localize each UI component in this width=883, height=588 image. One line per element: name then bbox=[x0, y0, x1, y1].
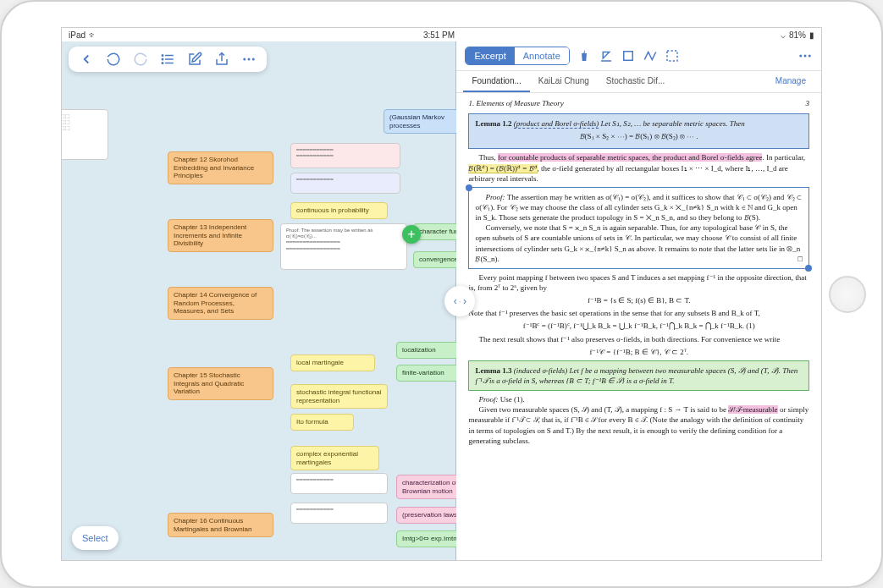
battery-level: 81% bbox=[789, 30, 806, 40]
svg-rect-10 bbox=[624, 52, 633, 61]
node-gaussian[interactable]: (Gaussian Markov processes bbox=[384, 109, 468, 134]
chevron-right-icon: › bbox=[463, 295, 466, 307]
seg-annotate[interactable]: Annotate bbox=[515, 47, 569, 64]
svg-point-12 bbox=[799, 55, 802, 58]
proof-label: Proof: bbox=[485, 193, 505, 201]
segment-control: Excerpt Annotate bbox=[465, 47, 569, 65]
mindmap-panel[interactable]: ⬚⬚⬚⬚⬚⬚⬚⬚⬚ (Gaussian Markov processes Cha… bbox=[62, 41, 456, 560]
node-complexexp[interactable]: complex exponential martingales bbox=[290, 446, 379, 470]
proof-box-1-2[interactable]: Proof: The assertion may be written as σ… bbox=[468, 187, 809, 269]
node-contprob[interactable]: continuous in probability bbox=[290, 202, 388, 219]
list-icon[interactable] bbox=[160, 52, 175, 67]
formula-finv: f⁻¹B = {s ∈ S; f(s) ∈ B}, B ⊂ T. bbox=[468, 295, 809, 305]
seg-excerpt[interactable]: Excerpt bbox=[466, 47, 514, 64]
para-next-result: The next result shows that f⁻¹ also pres… bbox=[468, 334, 809, 344]
lemma13-title: Lemma 1.3 bbox=[475, 366, 511, 375]
tab-stochastic[interactable]: Stochastic Dif... bbox=[598, 71, 673, 92]
chevron-left-icon: ‹ bbox=[454, 295, 457, 307]
selection-handle-start[interactable] bbox=[466, 184, 472, 191]
node-localmart[interactable]: local martingale bbox=[290, 354, 375, 371]
status-bar: iPad ᯤ 3:51 PM ⌵ 81% ▮ bbox=[62, 28, 821, 41]
doc-toolbar: Excerpt Annotate bbox=[456, 41, 821, 71]
svg-point-7 bbox=[243, 58, 246, 61]
battery-icon: ▮ bbox=[809, 30, 814, 40]
excerpt-card[interactable]: ⬚⬚⬚⬚⬚⬚⬚⬚⬚ bbox=[61, 109, 108, 160]
wifi-icon: ᯤ bbox=[89, 30, 97, 40]
add-node-button[interactable]: + bbox=[402, 225, 421, 244]
bluetooth-icon: ⌵ bbox=[781, 30, 786, 40]
node-ch15[interactable]: Chapter 15 Stochastic Integrals and Quad… bbox=[168, 367, 273, 400]
node-stochint[interactable]: stochastic integral functional represent… bbox=[290, 384, 388, 409]
hand-icon[interactable] bbox=[577, 48, 592, 63]
formula-eq1: f⁻¹Bᶜ = (f⁻¹B)ᶜ, f⁻¹⋃_k B_k = ⋃_k f⁻¹B_k… bbox=[468, 321, 809, 331]
svg-point-13 bbox=[803, 55, 806, 58]
doc-page-number: 3 bbox=[805, 98, 809, 108]
node-ch12[interactable]: Chapter 12 Skorohod Embedding and Invari… bbox=[168, 151, 273, 184]
lasso-icon[interactable] bbox=[643, 48, 658, 63]
select-button[interactable]: Select bbox=[72, 526, 119, 550]
lemma-1-2[interactable]: Lemma 1.2 (product and Borel σ-fields) L… bbox=[468, 113, 809, 149]
highlight-icon[interactable] bbox=[599, 48, 614, 63]
lemma12-subtitle: (product and Borel σ-fields) bbox=[514, 119, 599, 129]
highlight-brd: 𝓑(ℝᵈ) = (𝓑(ℝ))ᵈ = 𝓑ᵈ bbox=[468, 164, 537, 173]
proof2-label: Proof: bbox=[478, 395, 498, 404]
device-label: iPad bbox=[69, 30, 86, 40]
svg-point-8 bbox=[248, 58, 251, 61]
node-ito[interactable]: Ito formula bbox=[290, 414, 354, 431]
highlight-product-borel: for countable products of separable metr… bbox=[498, 153, 762, 162]
svg-point-4 bbox=[162, 58, 163, 60]
excerpt-ch12a[interactable]: ━━━━━━━━━━━━━━━━━━━━━━ bbox=[290, 143, 400, 168]
node-ch13[interactable]: Chapter 13 Independent Increments and In… bbox=[168, 219, 273, 252]
svg-point-5 bbox=[162, 63, 163, 64]
lemma13-subtitle: (induced σ-fields) bbox=[514, 366, 568, 375]
doc-more-icon[interactable] bbox=[797, 48, 813, 63]
document-panel: Excerpt Annotate Foundation... KaiLai Ch… bbox=[456, 41, 821, 560]
edit-icon[interactable] bbox=[187, 52, 202, 67]
tab-manage[interactable]: Manage bbox=[767, 71, 814, 92]
node-ch14[interactable]: Chapter 14 Convergence of Random Process… bbox=[168, 287, 273, 320]
svg-rect-11 bbox=[667, 51, 677, 61]
qed-symbol: □ bbox=[788, 254, 803, 264]
para-mapping: Every point mapping f between two spaces… bbox=[468, 272, 809, 293]
doc-body[interactable]: 1. Elements of Measure Theory 3 Lemma 1.… bbox=[456, 93, 821, 560]
home-button[interactable] bbox=[829, 276, 866, 313]
clock: 3:51 PM bbox=[423, 30, 455, 40]
redo-icon[interactable] bbox=[133, 52, 148, 67]
lemma12-title: Lemma 1.2 bbox=[475, 119, 511, 128]
doc-section-title: 1. Elements of Measure Theory bbox=[468, 98, 563, 108]
tab-foundation[interactable]: Foundation... bbox=[463, 71, 529, 92]
share-icon[interactable] bbox=[214, 52, 229, 67]
lemma12-body1: Let S₁, S₂, … be separable metric spaces… bbox=[600, 119, 744, 128]
excerpt-ch16a[interactable]: ━━━━━━━━━━━ bbox=[290, 473, 388, 494]
formula-finvC: f⁻¹𝒞 = {f⁻¹B; B ∈ 𝒞}, 𝒞 ⊂ 2ᵀ. bbox=[468, 347, 809, 357]
svg-point-14 bbox=[808, 55, 811, 58]
node-ch16[interactable]: Chapter 16 Continuous Martingales and Br… bbox=[168, 513, 273, 537]
crop-icon[interactable] bbox=[621, 48, 636, 63]
selection-handle-end[interactable] bbox=[805, 265, 812, 272]
lemma-1-3[interactable]: Lemma 1.3 (induced σ-fields) Let f be a … bbox=[468, 360, 809, 391]
panel-collapse-button[interactable]: ‹ · › bbox=[444, 286, 475, 316]
mindmap-toolbar bbox=[69, 47, 267, 72]
doc-tabs: Foundation... KaiLai Chung Stochastic Di… bbox=[456, 71, 821, 93]
excerpt-ch13[interactable]: Proof: The assertion may be written as σ… bbox=[280, 223, 407, 270]
para-preserves: Note that f⁻¹ preserves the basic set op… bbox=[468, 308, 809, 318]
node-finitevar[interactable]: finite-variation bbox=[396, 365, 460, 382]
excerpt-ch12b[interactable]: ━━━━━━━━━━━ bbox=[290, 173, 400, 194]
undo-icon[interactable] bbox=[106, 52, 121, 67]
lemma12-formula: 𝓑(S₁ × S₂ × ⋯) = 𝓑(S₁) ⊗ 𝓑(S₂) ⊗ ⋯ . bbox=[475, 131, 803, 141]
more-icon[interactable] bbox=[241, 52, 257, 67]
highlight-measurable: 𝒮/𝒯-measurable bbox=[728, 405, 777, 414]
tab-kailai[interactable]: KaiLai Chung bbox=[530, 71, 598, 92]
back-icon[interactable] bbox=[79, 52, 94, 67]
svg-point-9 bbox=[252, 58, 255, 61]
text-select-icon[interactable] bbox=[665, 48, 680, 63]
node-localization[interactable]: localization bbox=[396, 342, 460, 359]
thus-paragraph: Thus, for countable products of separabl… bbox=[468, 152, 809, 183]
svg-point-3 bbox=[162, 55, 163, 57]
excerpt-ch16b[interactable]: ━━━━━━━━━━━ bbox=[290, 503, 388, 524]
para-measurable: Given two measurable spaces (S, 𝒮) and (… bbox=[468, 404, 809, 446]
